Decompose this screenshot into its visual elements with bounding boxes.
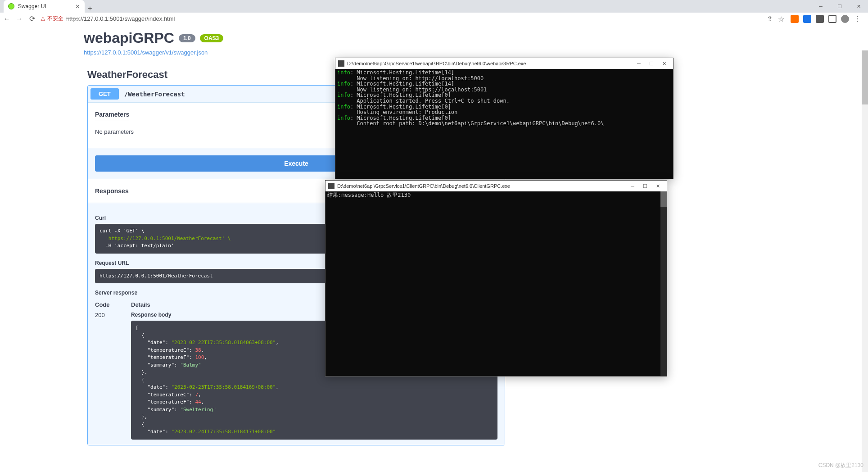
tab-bar: Swagger UI ✕ +: [0, 0, 868, 13]
console-window-client: D:\demo\net6api\GrpcService1\ClientGRPC\…: [325, 180, 667, 377]
extensions-icon[interactable]: [816, 15, 824, 23]
profile-avatar-icon[interactable]: [841, 15, 849, 23]
back-icon[interactable]: ←: [3, 15, 11, 23]
console2-scrollbar[interactable]: [660, 191, 667, 376]
status-code: 200: [95, 312, 113, 440]
console2-title: D:\demo\net6api\GrpcService1\ClientGRPC\…: [337, 183, 624, 189]
details-col-header: Details: [131, 301, 150, 308]
ext2-icon[interactable]: [803, 15, 811, 23]
browser-right-icons: ⇪ ☆ ⋮: [765, 14, 865, 23]
address-bar: ← → ⟳ ⚠ 不安全 https://127.0.0.1:5001/swagg…: [0, 13, 868, 25]
share-icon[interactable]: ⇪: [765, 15, 773, 23]
reload-icon[interactable]: ⟳: [28, 15, 36, 23]
console1-title: D:\demo\net6api\GrpcService1\webapiGRPC\…: [347, 61, 630, 66]
os-close-icon[interactable]: ✕: [849, 0, 868, 13]
forward-icon[interactable]: →: [15, 15, 23, 23]
swagger-favicon-icon: [8, 3, 14, 9]
console2-titlebar[interactable]: D:\demo\net6api\GrpcService1\ClientGRPC\…: [326, 181, 667, 191]
operation-path: /WeatherForecast: [124, 91, 185, 98]
kebab-menu-icon[interactable]: ⋮: [854, 14, 862, 23]
os-minimize-icon[interactable]: ─: [811, 0, 830, 13]
http-method-badge: GET: [90, 88, 119, 100]
oas-badge: OAS3: [200, 34, 224, 42]
console1-minimize-icon[interactable]: ─: [633, 61, 645, 67]
sidepanel-icon[interactable]: [828, 15, 836, 23]
page-scrollbar[interactable]: [862, 50, 868, 472]
os-window-controls: ─ ☐ ✕: [811, 0, 868, 13]
version-badge: 1.0: [179, 34, 195, 42]
warning-icon: ⚠: [41, 16, 45, 22]
console2-output[interactable]: 结果:message:Hello 故里2130: [326, 191, 667, 199]
swagger-json-link[interactable]: https://127.0.0.1:5001/swagger/v1/swagge…: [84, 49, 208, 56]
console2-maximize-icon[interactable]: ☐: [639, 183, 651, 189]
console1-titlebar[interactable]: D:\demo\net6api\GrpcService1\webapiGRPC\…: [335, 58, 673, 69]
url-text: https://127.0.0.1:5001/swagger/index.htm…: [66, 15, 175, 22]
ext1-icon[interactable]: [791, 15, 799, 23]
api-title: webapiGRPC: [84, 30, 174, 46]
bookmark-star-icon[interactable]: ☆: [778, 15, 786, 23]
browser-chrome: Swagger UI ✕ + ← → ⟳ ⚠ 不安全 https://127.0…: [0, 0, 868, 25]
responses-heading: Responses: [95, 185, 129, 197]
console-icon: [338, 60, 344, 67]
not-secure-warning[interactable]: ⚠ 不安全: [41, 15, 63, 23]
os-maximize-icon[interactable]: ☐: [830, 0, 849, 13]
browser-tab[interactable]: Swagger UI ✕: [4, 0, 85, 13]
code-col-header: Code: [95, 301, 113, 308]
tab-title: Swagger UI: [18, 3, 46, 9]
csdn-watermark: CSDN @故里2130: [818, 462, 863, 469]
console1-close-icon[interactable]: ✕: [658, 61, 670, 67]
parameters-heading: Parameters: [95, 108, 129, 121]
console1-output[interactable]: info: Microsoft.Hosting.Lifetime[14] Now…: [335, 69, 673, 127]
new-tab-button[interactable]: +: [85, 5, 95, 13]
console2-close-icon[interactable]: ✕: [651, 183, 664, 189]
console1-maximize-icon[interactable]: ☐: [645, 61, 658, 67]
console-window-server: D:\demo\net6api\GrpcService1\webapiGRPC\…: [335, 58, 674, 179]
url-box[interactable]: ⚠ 不安全 https://127.0.0.1:5001/swagger/ind…: [41, 15, 761, 23]
console-icon: [328, 183, 335, 189]
console2-minimize-icon[interactable]: ─: [626, 183, 639, 189]
tab-close-icon[interactable]: ✕: [75, 3, 80, 10]
